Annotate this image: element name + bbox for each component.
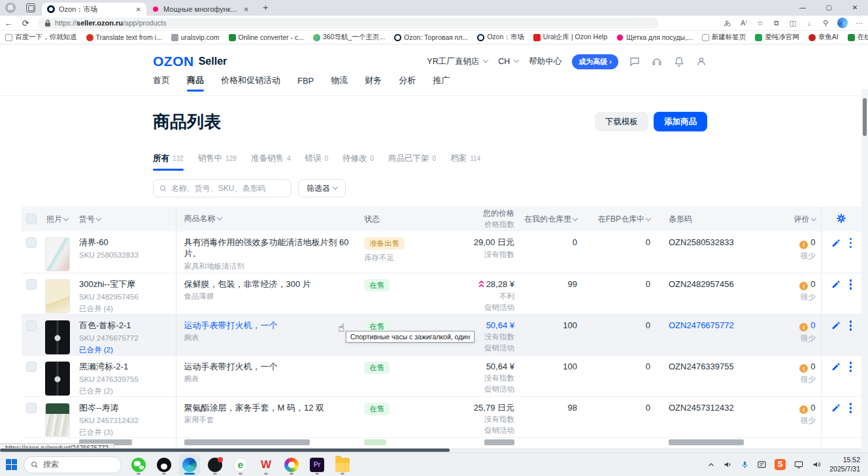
product-name[interactable]: 运动手表带打火机，一个 bbox=[184, 362, 365, 373]
microphone-icon[interactable] bbox=[741, 460, 749, 469]
product-name-link[interactable]: 运动手表带打火机，一个 bbox=[184, 320, 365, 332]
product-thumbnail[interactable] bbox=[45, 403, 70, 437]
filter-tab-ready[interactable]: 准备销售4 bbox=[251, 153, 291, 171]
bookmark-item[interactable]: uralsvip.com bbox=[171, 33, 220, 41]
product-name[interactable]: 聚氨酯涂层，家务手套，M 码，12 双 bbox=[184, 403, 365, 414]
row-menu-icon[interactable] bbox=[850, 238, 852, 248]
bookmark-item[interactable]: Ural企库 | Ozon Help bbox=[533, 33, 607, 42]
col-rating[interactable]: 评价 bbox=[776, 207, 821, 231]
table-row[interactable]: 清界-60SKU 2580532833 具有消毒作用的强效多功能清洁地板片剂 6… bbox=[22, 231, 861, 273]
product-name[interactable]: 具有消毒作用的强效多功能清洁地板片剂 60 片。 bbox=[184, 237, 365, 260]
tab-close-icon[interactable]: ✕ bbox=[244, 6, 249, 13]
edit-pencil-icon[interactable] bbox=[831, 403, 841, 413]
taskbar-wechat-icon[interactable] bbox=[128, 454, 149, 475]
downloads-icon[interactable]: ↓ bbox=[805, 18, 814, 27]
new-tab-button[interactable]: ＋ bbox=[261, 2, 270, 14]
language-selector[interactable]: CH bbox=[498, 57, 518, 66]
table-row[interactable]: 300zhi--宝下摩SKU 2482957456已合并 (4) 保鲜膜，包装，… bbox=[22, 273, 861, 314]
split-screen-icon[interactable]: ◫ bbox=[788, 18, 797, 27]
product-name[interactable]: 保鲜膜，包装，非常经济，300 片 bbox=[184, 279, 365, 290]
row-checkbox[interactable] bbox=[26, 237, 37, 248]
scrollbar-thumb[interactable] bbox=[0, 449, 450, 452]
product-thumbnail[interactable] bbox=[45, 362, 70, 396]
profile-avatar-icon[interactable] bbox=[5, 3, 16, 13]
bookmark-item[interactable]: Ozon: Торговая пл... bbox=[394, 33, 468, 41]
product-thumbnail[interactable] bbox=[45, 279, 70, 313]
price-link[interactable]: 50,64 ¥ bbox=[448, 320, 514, 332]
col-code[interactable]: 货号 bbox=[79, 207, 176, 231]
taskbar-premiere-icon[interactable] bbox=[307, 454, 327, 475]
col-stock[interactable]: 在我的仓库里 bbox=[521, 207, 586, 231]
nav-products[interactable]: 商品 bbox=[187, 75, 204, 92]
close-button[interactable]: ✕ bbox=[842, 0, 868, 16]
download-template-button[interactable]: 下载模板 bbox=[595, 112, 648, 131]
filter-button[interactable]: 筛选器 bbox=[298, 179, 346, 197]
table-row[interactable]: 图岑--寿涛SKU 2457312432已合并 (3) 聚氨酯涂层，家务手套，M… bbox=[22, 396, 861, 437]
become-premium-button[interactable]: 成为高级 › bbox=[572, 54, 618, 69]
row-checkbox[interactable] bbox=[26, 279, 37, 290]
taskbar-explorer-icon[interactable] bbox=[332, 454, 353, 475]
bookmark-item[interactable]: 爱纯净官网 bbox=[755, 33, 799, 42]
row-checkbox[interactable] bbox=[26, 362, 37, 372]
bookmark-item[interactable]: 百度一下，你就知道 bbox=[5, 33, 77, 42]
taskbar-search[interactable]: 搜索 bbox=[24, 456, 122, 473]
start-button[interactable] bbox=[0, 459, 22, 470]
row-checkbox[interactable] bbox=[26, 320, 37, 331]
copilot-icon[interactable] bbox=[837, 18, 848, 28]
extensions-icon[interactable]: ⚲ bbox=[821, 18, 830, 27]
bookmark-item[interactable]: Translate text from i... bbox=[86, 33, 162, 41]
taskbar-music-icon[interactable] bbox=[205, 454, 225, 475]
minimize-button[interactable]: — bbox=[790, 0, 816, 16]
bookmark-item[interactable]: Щетка для посуды,... bbox=[616, 33, 693, 41]
filter-tab-selling[interactable]: 销售中128 bbox=[198, 153, 237, 171]
favorite-star-icon[interactable]: ☆ bbox=[756, 18, 765, 27]
headset-icon[interactable] bbox=[651, 56, 663, 67]
add-product-button[interactable]: 添加商品 bbox=[654, 112, 707, 131]
product-thumbnail[interactable] bbox=[45, 320, 70, 354]
browser-tab-active[interactable]: Ozon：市场 ✕ bbox=[42, 3, 146, 16]
browser-tab-2[interactable]: Мощные многофункциональнь ✕ bbox=[146, 3, 254, 16]
merged-label[interactable]: 已合并 (2) bbox=[79, 345, 176, 354]
back-icon[interactable]: ← bbox=[0, 18, 17, 28]
gear-icon[interactable] bbox=[836, 213, 846, 224]
col-name[interactable]: 商品名称 bbox=[176, 207, 364, 231]
edit-pencil-icon[interactable] bbox=[831, 362, 841, 371]
speaker-icon[interactable] bbox=[812, 460, 822, 469]
volume-icon[interactable] bbox=[723, 460, 733, 469]
account-icon[interactable] bbox=[695, 56, 707, 67]
row-checkbox[interactable] bbox=[26, 403, 37, 413]
refresh-icon[interactable]: ⟳ bbox=[17, 18, 34, 28]
taskbar-clock[interactable]: 15:52 2025/7/31 bbox=[829, 456, 860, 473]
ime-icon[interactable] bbox=[757, 460, 767, 469]
bookmark-item[interactable]: Online converter - c... bbox=[229, 33, 304, 41]
store-selector[interactable]: YR工厂直销店 bbox=[427, 56, 488, 67]
select-all-checkbox[interactable] bbox=[26, 214, 37, 224]
scrollbar-thumb[interactable] bbox=[863, 98, 867, 136]
taskbar-media-icon[interactable] bbox=[281, 454, 302, 475]
tray-expand-icon[interactable] bbox=[707, 461, 715, 469]
search-input[interactable] bbox=[171, 184, 285, 193]
collections-icon[interactable]: ⧉ bbox=[772, 18, 781, 27]
row-menu-icon[interactable] bbox=[850, 279, 852, 290]
nav-analytics[interactable]: 分析 bbox=[399, 75, 416, 92]
help-center-link[interactable]: 帮助中心 bbox=[529, 56, 561, 67]
filter-tab-all[interactable]: 所有132 bbox=[153, 153, 184, 171]
tab-groups-icon[interactable] bbox=[26, 3, 35, 12]
read-aloud-icon[interactable]: A⁾ bbox=[739, 18, 748, 27]
chat-icon[interactable] bbox=[629, 56, 641, 67]
col-photo[interactable]: 照片 bbox=[41, 207, 79, 231]
taskbar-browser-icon[interactable] bbox=[230, 454, 251, 475]
col-fbp[interactable]: 在FBP仓库中 bbox=[586, 207, 659, 231]
taskbar-qq-icon[interactable] bbox=[154, 454, 175, 475]
url-field[interactable]: https://seller.ozon.ru/app/products bbox=[38, 18, 659, 29]
bookmark-item[interactable]: Ozon：市场 bbox=[477, 33, 524, 42]
row-menu-icon[interactable] bbox=[850, 362, 852, 372]
bookmark-item[interactable]: 在线转换器 - 免费... bbox=[848, 33, 868, 42]
nav-finance[interactable]: 财务 bbox=[365, 75, 382, 92]
taskbar-wps-icon[interactable] bbox=[256, 454, 276, 475]
filter-tab-errors[interactable]: 错误0 bbox=[305, 153, 328, 171]
edit-pencil-icon[interactable] bbox=[831, 321, 841, 330]
row-menu-icon[interactable] bbox=[850, 403, 852, 413]
maximize-button[interactable]: ▢ bbox=[816, 0, 842, 16]
nav-home[interactable]: 首页 bbox=[153, 75, 170, 92]
